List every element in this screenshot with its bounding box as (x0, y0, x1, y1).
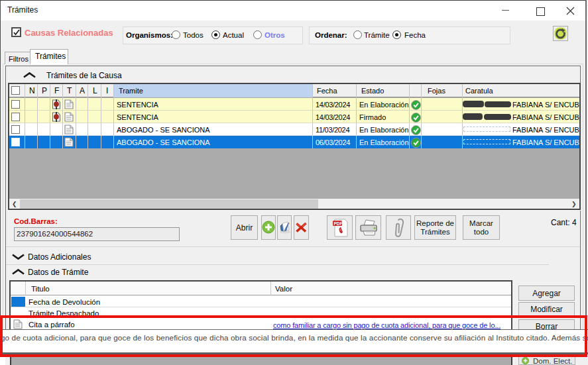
svg-text:PDF: PDF (334, 221, 343, 226)
